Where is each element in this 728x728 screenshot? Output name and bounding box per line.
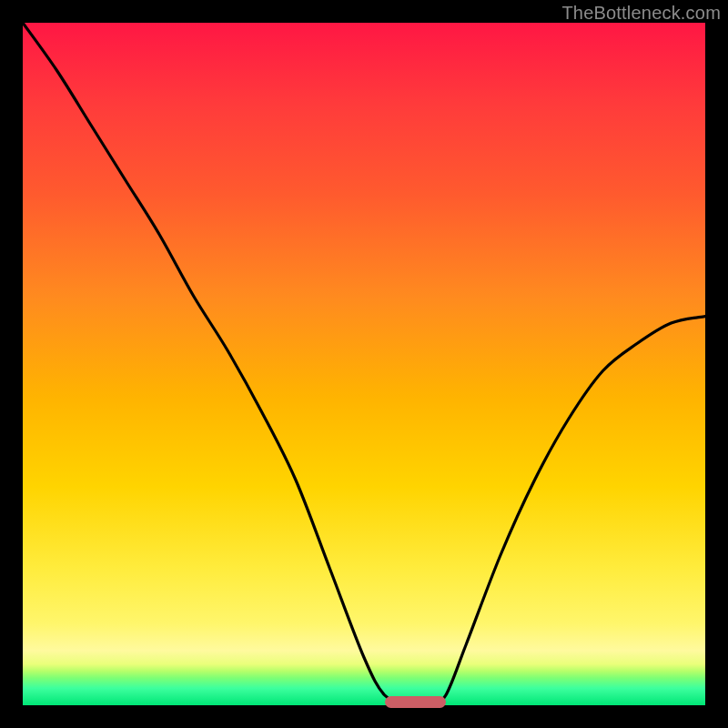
watermark-text: TheBottleneck.com	[561, 3, 721, 24]
chart-plot-area	[23, 23, 705, 705]
optimal-range-marker	[385, 696, 447, 708]
chart-frame: TheBottleneck.com	[0, 0, 728, 728]
